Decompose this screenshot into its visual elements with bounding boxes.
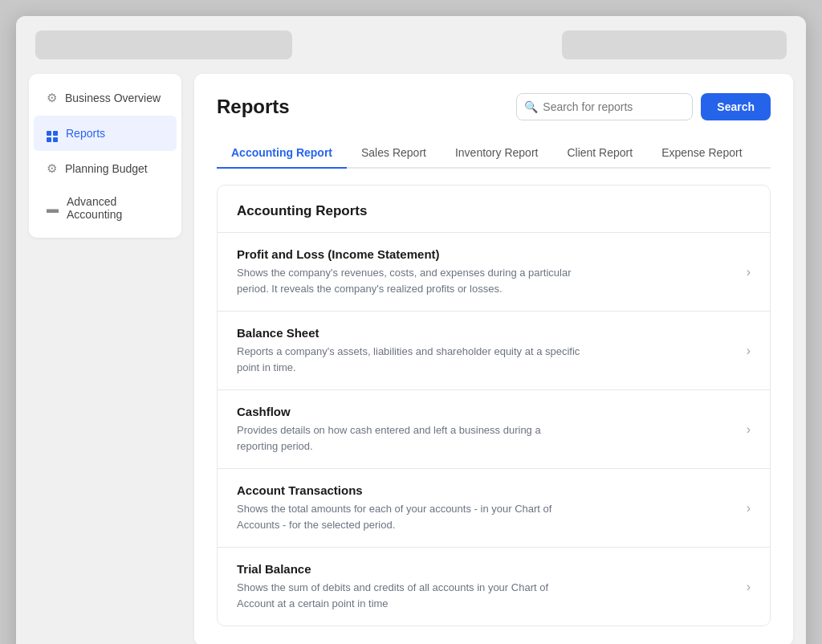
- report-desc-profit-loss: Shows the company's revenues, costs, and…: [237, 265, 582, 296]
- report-title-account-transactions: Account Transactions: [237, 483, 737, 497]
- top-bar-right-placeholder: [562, 31, 787, 59]
- report-title-profit-loss: Profit and Loss (Income Statement): [237, 247, 737, 261]
- reports-card: Accounting Reports Profit and Loss (Inco…: [217, 185, 771, 626]
- report-row-content-profit-loss: Profit and Loss (Income Statement) Shows…: [237, 247, 737, 296]
- tab-accounting-report[interactable]: Accounting Report: [217, 138, 347, 169]
- top-bar-left-placeholder: [35, 31, 292, 59]
- chevron-right-icon-3: ›: [747, 422, 751, 437]
- tab-client-report[interactable]: Client Report: [552, 138, 647, 169]
- sidebar-item-advanced-accounting[interactable]: ▬ Advanced Accounting: [34, 186, 177, 230]
- report-title-balance-sheet: Balance Sheet: [237, 326, 737, 340]
- content-panel: Reports 🔍 Search Accounting Report Sales…: [194, 74, 793, 644]
- reports-card-title: Accounting Reports: [218, 185, 770, 232]
- report-row-content-trial-balance: Trial Balance Shows the sum of debits an…: [237, 562, 737, 611]
- chevron-right-icon-2: ›: [747, 344, 751, 358]
- sidebar-label-advanced-accounting: Advanced Accounting: [67, 195, 164, 221]
- report-title-trial-balance: Trial Balance: [237, 562, 737, 576]
- grid-icon: [47, 124, 58, 142]
- report-row-account-transactions[interactable]: Account Transactions Shows the total amo…: [218, 468, 770, 547]
- report-desc-trial-balance: Shows the sum of debits and credits of a…: [237, 580, 582, 611]
- report-row-content-balance-sheet: Balance Sheet Reports a company's assets…: [237, 326, 737, 375]
- app-window: ⚙ Business Overview Reports ⚙ Planning B…: [16, 16, 806, 644]
- sidebar-item-planning-budget[interactable]: ⚙ Planning Budget: [34, 153, 177, 185]
- sidebar-item-reports[interactable]: Reports: [34, 116, 177, 151]
- sidebar-label-planning-budget: Planning Budget: [65, 162, 148, 175]
- report-desc-cashflow: Provides details on how cash entered and…: [237, 422, 582, 454]
- search-input[interactable]: [516, 93, 693, 120]
- report-row-balance-sheet[interactable]: Balance Sheet Reports a company's assets…: [218, 311, 770, 389]
- sidebar-label-business-overview: Business Overview: [65, 92, 161, 104]
- content-header: Reports 🔍 Search: [217, 93, 771, 120]
- chevron-right-icon-5: ›: [747, 580, 751, 594]
- sidebar-label-reports: Reports: [66, 127, 105, 140]
- report-row-content-cashflow: Cashflow Provides details on how cash en…: [237, 405, 737, 454]
- sidebar-item-business-overview[interactable]: ⚙ Business Overview: [34, 82, 177, 114]
- report-desc-balance-sheet: Reports a company's assets, liabilities …: [237, 344, 582, 375]
- search-icon: 🔍: [524, 100, 538, 113]
- search-area: 🔍 Search: [516, 93, 771, 120]
- report-row-trial-balance[interactable]: Trial Balance Shows the sum of debits an…: [218, 547, 770, 626]
- report-title-cashflow: Cashflow: [237, 405, 737, 418]
- report-row-profit-loss[interactable]: Profit and Loss (Income Statement) Shows…: [218, 232, 770, 311]
- chevron-right-icon-4: ›: [747, 501, 751, 516]
- tabs-bar: Accounting Report Sales Report Inventory…: [217, 138, 771, 169]
- search-button[interactable]: Search: [701, 93, 771, 120]
- gear-icon-planning: ⚙: [47, 161, 57, 176]
- sidebar: ⚙ Business Overview Reports ⚙ Planning B…: [29, 74, 181, 238]
- top-bar: [16, 16, 806, 74]
- chevron-right-icon: ›: [747, 265, 751, 279]
- gear-icon: ⚙: [47, 91, 57, 105]
- report-row-content-account-transactions: Account Transactions Shows the total amo…: [237, 483, 737, 532]
- tab-inventory-report[interactable]: Inventory Report: [441, 138, 553, 169]
- tab-sales-report[interactable]: Sales Report: [347, 138, 441, 169]
- search-input-wrapper: 🔍: [516, 93, 693, 120]
- card-icon: ▬: [47, 202, 59, 215]
- main-area: ⚙ Business Overview Reports ⚙ Planning B…: [16, 74, 806, 644]
- report-desc-account-transactions: Shows the total amounts for each of your…: [237, 501, 582, 532]
- report-row-cashflow[interactable]: Cashflow Provides details on how cash en…: [218, 389, 770, 468]
- page-title: Reports: [217, 96, 290, 118]
- tab-expense-report[interactable]: Expense Report: [647, 138, 756, 169]
